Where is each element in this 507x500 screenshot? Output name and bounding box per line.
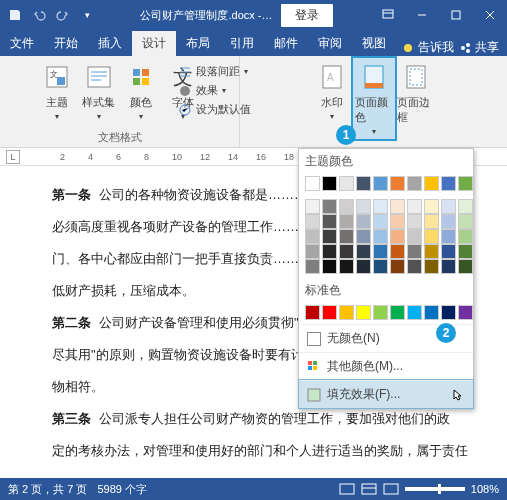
fill-effects-item[interactable]: 填充效果(F)...: [299, 380, 473, 408]
zoom-slider[interactable]: [405, 487, 465, 491]
color-swatch[interactable]: [356, 214, 371, 229]
color-swatch[interactable]: [390, 244, 405, 259]
color-swatch[interactable]: [407, 214, 422, 229]
color-swatch[interactable]: [356, 176, 371, 191]
color-swatch[interactable]: [458, 199, 473, 214]
color-swatch[interactable]: [441, 229, 456, 244]
color-swatch[interactable]: [339, 229, 354, 244]
color-swatch[interactable]: [322, 229, 337, 244]
color-swatch[interactable]: [458, 229, 473, 244]
color-swatch[interactable]: [339, 176, 354, 191]
minimize-icon[interactable]: [405, 0, 439, 30]
color-swatch[interactable]: [322, 176, 337, 191]
color-swatch[interactable]: [356, 244, 371, 259]
tab-view[interactable]: 视图: [352, 31, 396, 56]
color-swatch[interactable]: [373, 199, 388, 214]
color-swatch[interactable]: [441, 305, 456, 320]
set-default-button[interactable]: 设为默认值: [178, 102, 251, 117]
page-indicator[interactable]: 第 2 页，共 7 页: [8, 482, 87, 497]
color-swatch[interactable]: [373, 176, 388, 191]
view-read-icon[interactable]: [339, 483, 355, 495]
color-swatch[interactable]: [458, 176, 473, 191]
color-swatch[interactable]: [424, 244, 439, 259]
color-swatch[interactable]: [322, 214, 337, 229]
tab-layout[interactable]: 布局: [176, 31, 220, 56]
view-print-icon[interactable]: [361, 483, 377, 495]
ribbon-options-icon[interactable]: [371, 0, 405, 30]
color-swatch[interactable]: [356, 199, 371, 214]
color-swatch[interactable]: [424, 199, 439, 214]
color-swatch[interactable]: [305, 305, 320, 320]
color-swatch[interactable]: [424, 214, 439, 229]
style-set-button[interactable]: 样式集▾: [78, 58, 120, 124]
color-swatch[interactable]: [322, 199, 337, 214]
tab-home[interactable]: 开始: [44, 31, 88, 56]
tab-file[interactable]: 文件: [0, 31, 44, 56]
color-swatch[interactable]: [441, 214, 456, 229]
color-swatch[interactable]: [356, 305, 371, 320]
themes-button[interactable]: 文主题▾: [36, 58, 78, 124]
color-swatch[interactable]: [322, 259, 337, 274]
color-swatch[interactable]: [305, 259, 320, 274]
word-count[interactable]: 5989 个字: [97, 482, 147, 497]
color-swatch[interactable]: [441, 259, 456, 274]
tab-review[interactable]: 审阅: [308, 31, 352, 56]
color-swatch[interactable]: [305, 214, 320, 229]
color-swatch[interactable]: [305, 176, 320, 191]
color-swatch[interactable]: [458, 214, 473, 229]
color-swatch[interactable]: [339, 199, 354, 214]
save-icon[interactable]: [4, 4, 26, 26]
color-swatch[interactable]: [458, 305, 473, 320]
color-swatch[interactable]: [390, 229, 405, 244]
color-swatch[interactable]: [441, 199, 456, 214]
color-swatch[interactable]: [407, 229, 422, 244]
color-swatch[interactable]: [390, 199, 405, 214]
tab-selector[interactable]: L: [6, 150, 20, 164]
effects-button[interactable]: 效果▾: [178, 83, 251, 98]
login-button[interactable]: 登录: [281, 4, 333, 27]
color-swatch[interactable]: [339, 259, 354, 274]
color-swatch[interactable]: [407, 259, 422, 274]
color-swatch[interactable]: [424, 259, 439, 274]
tab-design[interactable]: 设计: [132, 31, 176, 56]
color-swatch[interactable]: [424, 229, 439, 244]
color-swatch[interactable]: [390, 214, 405, 229]
color-swatch[interactable]: [305, 199, 320, 214]
qat-customize-icon[interactable]: ▾: [76, 4, 98, 26]
color-swatch[interactable]: [356, 259, 371, 274]
color-swatch[interactable]: [373, 214, 388, 229]
color-swatch[interactable]: [305, 229, 320, 244]
color-swatch[interactable]: [407, 176, 422, 191]
tab-references[interactable]: 引用: [220, 31, 264, 56]
color-swatch[interactable]: [339, 214, 354, 229]
color-swatch[interactable]: [373, 229, 388, 244]
color-swatch[interactable]: [339, 244, 354, 259]
color-swatch[interactable]: [390, 259, 405, 274]
redo-icon[interactable]: [52, 4, 74, 26]
color-swatch[interactable]: [390, 176, 405, 191]
color-swatch[interactable]: [458, 244, 473, 259]
zoom-level[interactable]: 108%: [471, 483, 499, 495]
color-swatch[interactable]: [373, 259, 388, 274]
page-borders-button[interactable]: 页面边框: [395, 58, 437, 139]
color-swatch[interactable]: [322, 305, 337, 320]
color-swatch[interactable]: [424, 176, 439, 191]
maximize-icon[interactable]: [439, 0, 473, 30]
colors-button[interactable]: 颜色▾: [120, 58, 162, 124]
color-swatch[interactable]: [373, 305, 388, 320]
color-swatch[interactable]: [441, 244, 456, 259]
color-swatch[interactable]: [305, 244, 320, 259]
tab-insert[interactable]: 插入: [88, 31, 132, 56]
page-color-button[interactable]: 页面颜色▾: [353, 58, 395, 139]
color-swatch[interactable]: [458, 259, 473, 274]
color-swatch[interactable]: [356, 229, 371, 244]
color-swatch[interactable]: [373, 244, 388, 259]
color-swatch[interactable]: [322, 244, 337, 259]
paragraph-spacing-button[interactable]: 段落间距▾: [178, 64, 251, 79]
color-swatch[interactable]: [339, 305, 354, 320]
tell-me[interactable]: 告诉我: [402, 39, 454, 56]
view-web-icon[interactable]: [383, 483, 399, 495]
color-swatch[interactable]: [407, 305, 422, 320]
tab-mailings[interactable]: 邮件: [264, 31, 308, 56]
color-swatch[interactable]: [390, 305, 405, 320]
